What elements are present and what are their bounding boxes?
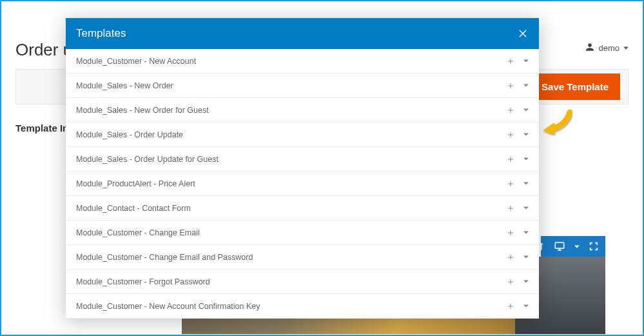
template-row-actions	[507, 155, 529, 163]
caret-down-icon[interactable]	[523, 59, 529, 64]
svg-rect-0	[555, 242, 564, 248]
template-row-label: Module_ProductAlert - Price Alert	[76, 179, 195, 188]
plus-icon[interactable]	[507, 204, 514, 212]
plus-icon[interactable]	[507, 131, 514, 139]
template-row-actions	[507, 82, 529, 90]
template-row-label: Module_Sales - New Order for Guest	[76, 106, 209, 115]
plus-icon[interactable]	[507, 82, 514, 90]
caret-down-icon[interactable]	[523, 206, 529, 211]
caret-down-icon[interactable]	[523, 132, 529, 137]
template-row-actions	[507, 57, 529, 65]
caret-down-icon[interactable]	[523, 279, 529, 284]
caret-down-icon[interactable]	[523, 304, 529, 309]
plus-icon[interactable]	[507, 106, 514, 114]
caret-down-icon[interactable]	[574, 241, 580, 252]
user-name-label: demo	[598, 43, 620, 53]
template-row-actions	[507, 302, 529, 310]
caret-down-icon	[623, 43, 629, 53]
template-row[interactable]: Module_Contact - Contact Form	[66, 196, 539, 221]
template-row[interactable]: Module_Customer - Change Email	[66, 221, 539, 245]
template-row[interactable]: Module_Customer - New Account Confirmati…	[66, 294, 539, 319]
plus-icon[interactable]	[507, 155, 514, 163]
template-row-label: Module_Customer - New Account Confirmati…	[76, 302, 260, 311]
template-row-actions	[507, 106, 529, 114]
editor-toolbar	[541, 236, 605, 257]
template-row[interactable]: Module_Sales - New Order for Guest	[66, 98, 539, 123]
app-frame: Order u demo Save Template Template In Y…	[0, 0, 644, 336]
plus-icon[interactable]	[507, 302, 514, 310]
plus-icon[interactable]	[507, 180, 514, 188]
template-row-label: Module_Customer - Change Email	[76, 228, 200, 237]
template-row-label: Module_Sales - Order Update for Guest	[76, 155, 219, 164]
template-row[interactable]: Module_Customer - Forgot Password	[66, 270, 539, 294]
plus-icon[interactable]	[507, 229, 514, 237]
templates-modal: Templates Module_Customer - New AccountM…	[66, 18, 539, 319]
template-row-label: Module_Customer - New Account	[76, 57, 196, 66]
save-template-button[interactable]: Save Template	[530, 74, 620, 100]
modal-header: Templates	[66, 18, 539, 49]
caret-down-icon[interactable]	[523, 181, 529, 186]
page-title: Order u	[15, 40, 72, 60]
plus-icon[interactable]	[507, 57, 514, 65]
desktop-icon[interactable]	[554, 241, 565, 252]
caret-down-icon[interactable]	[523, 108, 529, 113]
template-row[interactable]: Module_Sales - New Order	[66, 74, 539, 98]
template-row-actions	[507, 180, 529, 188]
section-label: Template In	[15, 123, 68, 133]
template-row-actions	[507, 253, 529, 261]
template-row[interactable]: Module_Sales - Order Update	[66, 123, 539, 147]
plus-icon[interactable]	[507, 278, 514, 286]
template-row-label: Module_Sales - Order Update	[76, 130, 183, 139]
template-row[interactable]: Module_Customer - Change Email and Passw…	[66, 245, 539, 270]
template-row-label: Module_Sales - New Order	[76, 81, 173, 90]
template-row-actions	[507, 204, 529, 212]
caret-down-icon[interactable]	[523, 230, 529, 235]
modal-body: Module_Customer - New AccountModule_Sale…	[66, 49, 539, 319]
template-row[interactable]: Module_Customer - New Account	[66, 49, 539, 74]
caret-down-icon[interactable]	[523, 83, 529, 88]
template-row-actions	[507, 229, 529, 237]
caret-down-icon[interactable]	[523, 157, 529, 162]
close-icon[interactable]	[517, 28, 529, 39]
template-row-label: Module_Contact - Contact Form	[76, 204, 191, 213]
template-row-label: Module_Customer - Change Email and Passw…	[76, 253, 253, 262]
template-row[interactable]: Module_Sales - Order Update for Guest	[66, 147, 539, 172]
template-row[interactable]: Module_ProductAlert - Price Alert	[66, 172, 539, 196]
template-row-label: Module_Customer - Forgot Password	[76, 277, 210, 286]
template-row-actions	[507, 131, 529, 139]
caret-down-icon[interactable]	[523, 255, 529, 260]
fullscreen-icon[interactable]	[589, 241, 599, 252]
user-menu[interactable]: demo	[585, 43, 629, 54]
plus-icon[interactable]	[507, 253, 514, 261]
user-icon	[585, 43, 594, 54]
annotation-arrow-icon	[540, 110, 572, 135]
template-row-actions	[507, 278, 529, 286]
modal-title: Templates	[76, 27, 126, 40]
